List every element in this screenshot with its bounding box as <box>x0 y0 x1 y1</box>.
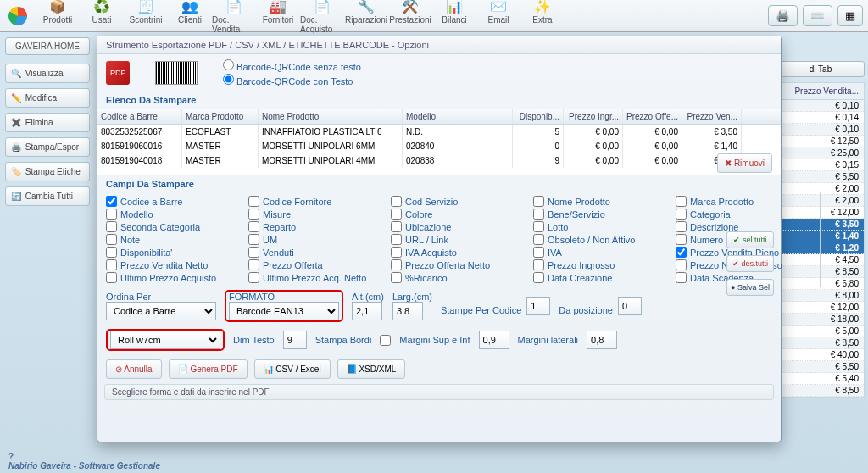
field-codice-a-barre[interactable]: Codice a Barre <box>106 196 242 207</box>
field-lotto[interactable]: Lotto <box>533 221 669 232</box>
annulla-button[interactable]: ⊘ Annulla <box>106 359 162 379</box>
field-checkbox[interactable] <box>533 209 544 220</box>
field-checkbox[interactable] <box>533 247 544 258</box>
price-row[interactable]: € 0,14 <box>777 112 864 124</box>
fields-scrollbar[interactable] <box>820 192 821 287</box>
help-icon[interactable]: ? <box>8 452 14 461</box>
field-checkbox[interactable] <box>676 259 687 270</box>
field-categoria[interactable]: Categoria <box>676 209 811 220</box>
radio-no-text[interactable]: Barcode-QRCode senza testo <box>223 59 361 72</box>
alt-input[interactable] <box>352 302 382 320</box>
price-row[interactable]: € 25,00 <box>777 147 864 159</box>
toolbar-item-0[interactable]: 📦Prodotti <box>36 0 80 34</box>
toolbar-item-3[interactable]: 👥Clienti <box>168 0 212 34</box>
side-btn-4[interactable]: 🏷️ Stampa Etiche <box>5 162 90 181</box>
save-selection-button[interactable]: ● Salva Sel <box>726 279 774 296</box>
field-checkbox[interactable] <box>391 209 402 220</box>
field-checkbox[interactable] <box>391 196 402 207</box>
field-checkbox[interactable] <box>676 209 687 220</box>
field-checkbox[interactable] <box>676 221 687 232</box>
xsd-button[interactable]: 📘 XSD/XML <box>337 359 406 379</box>
price-row[interactable]: € 8,50 <box>777 385 864 397</box>
field-checkbox[interactable] <box>533 234 544 245</box>
field-prezzo-vendita-netto[interactable]: Prezzo Vendita Netto <box>106 259 242 270</box>
price-row[interactable]: € 18,00 <box>777 314 864 326</box>
field-colore[interactable]: Colore <box>391 209 526 220</box>
field-seconda-categoria[interactable]: Seconda Categoria <box>106 221 242 232</box>
side-btn-0[interactable]: 🔍 Visualizza <box>5 64 90 83</box>
toolbar-item-10[interactable]: ✉️Email <box>476 0 520 34</box>
field-checkbox[interactable] <box>533 221 544 232</box>
price-row[interactable]: € 0,10 <box>777 124 864 136</box>
side-btn-2[interactable]: ✖️ Elimina <box>5 113 90 132</box>
field-checkbox[interactable] <box>106 234 117 245</box>
price-row[interactable]: € 5,50 <box>777 171 864 183</box>
field-iva[interactable]: IVA <box>533 247 669 258</box>
field-note[interactable]: Note <box>106 234 242 245</box>
ordina-select[interactable]: Codice a Barre <box>106 302 216 320</box>
margtb-input[interactable] <box>479 331 509 349</box>
field-nome-prodotto[interactable]: Nome Prodotto <box>533 196 669 207</box>
field-checkbox[interactable] <box>106 196 117 207</box>
toolbar-item-2[interactable]: 🧾Scontrini <box>124 0 168 34</box>
dim-input[interactable] <box>283 331 307 349</box>
toolbar-item-1[interactable]: ♻️Usati <box>80 0 124 34</box>
price-row[interactable]: € 5,00 <box>777 326 864 337</box>
field-checkbox[interactable] <box>106 247 117 258</box>
field-checkbox[interactable] <box>676 247 687 258</box>
roll-select[interactable]: Roll w7cm <box>110 331 220 349</box>
field-checkbox[interactable] <box>533 272 544 283</box>
field-checkbox[interactable] <box>391 247 402 258</box>
price-row[interactable]: € 0,10 <box>777 100 864 112</box>
field-checkbox[interactable] <box>676 234 687 245</box>
toolbar-item-8[interactable]: ⚒️Prestazioni <box>388 0 432 34</box>
tab-control[interactable]: di Tab <box>776 61 865 77</box>
field-disponibilita-[interactable]: Disponibilita' <box>106 247 242 258</box>
field-um[interactable]: UM <box>248 234 384 245</box>
toolbar-item-6[interactable]: 📄Doc. Acquisto <box>300 0 344 34</box>
field-checkbox[interactable] <box>248 247 259 258</box>
price-row[interactable]: € 12,00 <box>777 302 864 314</box>
price-row[interactable]: € 8,50 <box>777 337 864 349</box>
keyboard-button[interactable]: ⌨️ <box>803 5 832 26</box>
field-checkbox[interactable] <box>106 221 117 232</box>
field-obsoleto-non-attivo[interactable]: Obsoleto / Non Attivo <box>533 234 669 245</box>
toolbar-item-7[interactable]: 🔧Riparazioni <box>344 0 388 34</box>
field-ultimo-prezzo-acquisto[interactable]: Ultimo Prezzo Acquisto <box>106 272 242 283</box>
field-checkbox[interactable] <box>533 259 544 270</box>
field-checkbox[interactable] <box>676 272 687 283</box>
field-checkbox[interactable] <box>106 259 117 270</box>
field-checkbox[interactable] <box>391 259 402 270</box>
price-row[interactable]: € 0,15 <box>777 159 864 171</box>
field-prezzo-offerta[interactable]: Prezzo Offerta <box>248 259 384 270</box>
price-row[interactable]: € 5,50 <box>777 361 864 373</box>
field-checkbox[interactable] <box>676 196 687 207</box>
formato-select[interactable]: Barcode EAN13 <box>229 302 339 320</box>
dapos-input[interactable] <box>618 297 642 315</box>
field-checkbox[interactable] <box>248 259 259 270</box>
field-modello[interactable]: Modello <box>106 209 242 220</box>
table-row[interactable]: 8032532525067ECOPLASTINNAFFIATOIO PLASTI… <box>97 125 781 139</box>
field-checkbox[interactable] <box>248 209 259 220</box>
field-checkbox[interactable] <box>391 272 402 283</box>
field-reparto[interactable]: Reparto <box>248 221 384 232</box>
stampe-input[interactable] <box>526 297 550 315</box>
table-row[interactable]: 8015919040018MASTERMORSETTI UNIPOLARI 4M… <box>97 153 781 168</box>
field-url-link[interactable]: URL / Link <box>391 234 526 245</box>
field-ultimo-prezzo-acq-netto[interactable]: Ultimo Prezzo Acq. Netto <box>248 272 384 283</box>
field-data-creazione[interactable]: Data Creazione <box>533 272 669 283</box>
toolbar-item-11[interactable]: ✨Extra <box>520 0 565 34</box>
field-checkbox[interactable] <box>533 196 544 207</box>
field-checkbox[interactable] <box>248 221 259 232</box>
field-marca-prodotto[interactable]: Marca Prodotto <box>676 196 811 207</box>
csv-button[interactable]: 📊 CSV / Excel <box>254 359 331 379</box>
field-misure[interactable]: Misure <box>248 209 384 220</box>
field-cod-servizio[interactable]: Cod Servizio <box>391 196 526 207</box>
rimuovi-button[interactable]: ✖ Rimuovi <box>717 153 772 173</box>
larg-input[interactable] <box>392 302 423 320</box>
price-row[interactable]: € 12,50 <box>777 136 864 147</box>
side-btn-5[interactable]: 🔄 Cambia Tutti <box>5 186 90 206</box>
field-checkbox[interactable] <box>391 234 402 245</box>
field-checkbox[interactable] <box>248 234 259 245</box>
field-bene-servizio[interactable]: Bene/Servizio <box>533 209 669 220</box>
